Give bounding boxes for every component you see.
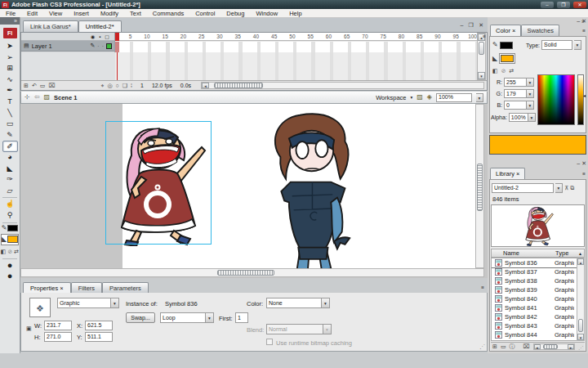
x-input[interactable]: 621.5 xyxy=(85,321,113,330)
tool-button[interactable]: ╲ xyxy=(2,108,18,119)
tool-button[interactable]: ◣ xyxy=(2,164,18,175)
channel-input[interactable]: 255 xyxy=(504,78,527,87)
black-white-icon[interactable]: ◧ xyxy=(492,67,498,75)
frame-area-empty[interactable] xyxy=(115,52,479,80)
color-panel-tab[interactable]: Color × xyxy=(490,25,521,36)
back-icon[interactable]: ⇦ xyxy=(34,93,40,101)
new-symbol-icon[interactable]: ⊞ xyxy=(492,343,497,350)
library-column-header[interactable]: Name Type ▲ xyxy=(491,249,585,258)
loop-dropdown[interactable]: Loop▾ xyxy=(160,312,214,323)
edit-symbols-icon[interactable]: ◈ xyxy=(427,93,432,101)
black-white-icon[interactable]: ◧ xyxy=(1,248,7,256)
stroke-pencil-icon[interactable]: ✎ xyxy=(492,41,498,49)
library-resize-grip-icon[interactable]: ⋰ xyxy=(578,344,583,350)
library-document-arrow-icon[interactable]: ▾ xyxy=(555,183,563,193)
color-group-minimize-icon[interactable]: – xyxy=(577,18,580,24)
edit-scene-icon[interactable]: ⊹ xyxy=(24,93,30,101)
item-properties-icon[interactable]: ⓘ xyxy=(510,343,515,351)
name-column-header[interactable]: Name xyxy=(492,249,555,257)
show-hide-icon[interactable]: ◉ xyxy=(91,34,95,39)
fill-bucket-icon[interactable]: ◣ xyxy=(492,55,497,63)
library-item-row[interactable]: Symbol 842 Graphic xyxy=(492,312,584,321)
color-panel-tab[interactable]: Swatches xyxy=(521,25,559,36)
menu-item[interactable]: View xyxy=(43,10,68,17)
stroke-color-swatch[interactable] xyxy=(7,225,18,231)
type-dropdown-icon[interactable]: ▾ xyxy=(574,40,581,50)
library-menu-icon[interactable]: ≡ xyxy=(582,171,586,177)
first-frame-input[interactable]: 1 xyxy=(235,312,248,323)
library-document-select[interactable]: Untitled-2 xyxy=(492,183,554,193)
tool-button[interactable]: ▱ xyxy=(2,186,18,197)
frame-row[interactable] xyxy=(115,42,479,52)
layer-row[interactable]: ▤ Layer 1 ✎ · · xyxy=(21,41,114,52)
layer-control-icon[interactable]: ⊞ xyxy=(24,83,29,89)
maximize-button[interactable]: ❐ xyxy=(557,2,570,8)
y-input[interactable]: 511.1 xyxy=(85,332,113,342)
tool-button[interactable]: ✎ xyxy=(2,130,18,141)
library-item-row[interactable]: Symbol 840 Graphic xyxy=(492,294,584,303)
menu-item[interactable]: Window xyxy=(250,10,283,17)
zoom-level-input[interactable]: 100% xyxy=(436,93,472,102)
color-effect-dropdown[interactable]: None▾ xyxy=(266,298,330,308)
layer-control-icon[interactable]: ↶ xyxy=(32,83,37,89)
behavior-dropdown-icon[interactable]: ▾ xyxy=(111,298,119,308)
tool-button[interactable]: ✐ xyxy=(2,141,18,152)
properties-menu-icon[interactable]: ≡ xyxy=(481,285,484,290)
properties-tab[interactable]: Properties × xyxy=(23,282,71,293)
playhead[interactable] xyxy=(115,33,119,41)
tool-button[interactable]: ➢ xyxy=(2,52,18,64)
tool-button[interactable]: ⚲ xyxy=(2,210,18,222)
tool-button[interactable]: ☝ xyxy=(2,199,18,210)
library-item-row[interactable]: Symbol 838 Graphic xyxy=(492,276,584,285)
constrain-lock-icon[interactable]: ▣ xyxy=(26,325,32,332)
frame-rate[interactable]: 12.0 fps xyxy=(152,83,172,88)
no-color-icon[interactable]: ⊘ xyxy=(7,248,12,256)
stage-area[interactable] xyxy=(20,104,488,278)
stage-hscrollbar[interactable] xyxy=(20,268,484,277)
tool-button[interactable]: ⊞ xyxy=(2,63,18,74)
tool-button[interactable]: T xyxy=(2,96,18,108)
pin-library-icon[interactable]: ⊼ xyxy=(564,184,568,192)
timeline-vscrollbar[interactable]: ▴ ▾ xyxy=(477,33,486,80)
document-tab[interactable]: Untitled-2* xyxy=(78,20,122,32)
layer-lock-dot[interactable]: · xyxy=(102,43,104,49)
color-dropdown-icon[interactable]: ▾ xyxy=(322,298,330,308)
library-item-row[interactable]: Symbol 845 Graphic xyxy=(492,339,584,341)
swap-colors-icon[interactable]: ⇄ xyxy=(510,67,514,75)
brightness-slider[interactable] xyxy=(577,74,584,125)
color-panel-menu-icon[interactable]: ≡ xyxy=(582,28,586,34)
channel-input[interactable]: 0 xyxy=(504,101,527,110)
menu-item[interactable]: Edit xyxy=(21,10,43,17)
type-dropdown[interactable]: Solid xyxy=(541,40,572,50)
alpha-spinner-icon[interactable]: ▾ xyxy=(528,113,536,122)
stage-vscrollbar[interactable] xyxy=(475,104,484,268)
scroll-down-icon[interactable]: ▾ xyxy=(478,72,485,79)
channel-spinner-icon[interactable]: ▾ xyxy=(527,101,534,110)
library-tab[interactable]: Library × xyxy=(490,168,525,179)
tool-button[interactable]: ▭ xyxy=(2,119,18,130)
menu-item[interactable]: Help xyxy=(283,10,307,17)
resize-grip-icon[interactable]: ⋰ xyxy=(479,343,485,350)
fill-color-swatch[interactable] xyxy=(7,236,18,243)
library-group-close-icon[interactable]: ✕ xyxy=(581,160,586,166)
zoom-dropdown-icon[interactable]: ▾ xyxy=(476,93,483,102)
tools-collapse[interactable]: » xyxy=(0,17,20,25)
menu-item[interactable]: Insert xyxy=(68,10,95,17)
tool-option-button[interactable]: ● xyxy=(2,271,18,282)
lib-scroll-down-icon[interactable]: ▾ xyxy=(577,334,584,340)
document-tab[interactable]: Link La Garus* xyxy=(23,20,78,32)
properties-tab[interactable]: Parameters xyxy=(102,282,149,293)
height-input[interactable]: 271.0 xyxy=(44,332,72,342)
edit-scene-button-icon[interactable]: ▨ xyxy=(416,93,423,101)
scene-name[interactable]: Scene 1 xyxy=(54,94,77,101)
stroke-color-chip[interactable] xyxy=(500,42,513,49)
onion-control-icon[interactable]: ⁞ xyxy=(131,83,132,88)
onion-control-icon[interactable]: ❏ xyxy=(122,83,127,89)
library-item-row[interactable]: Symbol 841 Graphic xyxy=(492,303,584,312)
scroll-left-icon[interactable]: ◂ xyxy=(202,83,209,88)
library-item-row[interactable]: Symbol 837 Graphic xyxy=(492,267,584,276)
swap-colors-icon[interactable]: ⇄ xyxy=(14,248,19,256)
sort-order-icon[interactable]: ▲ xyxy=(578,251,584,256)
workspace-button[interactable]: Workspace xyxy=(376,94,406,101)
dock-overflow-icon[interactable]: » xyxy=(581,19,585,25)
